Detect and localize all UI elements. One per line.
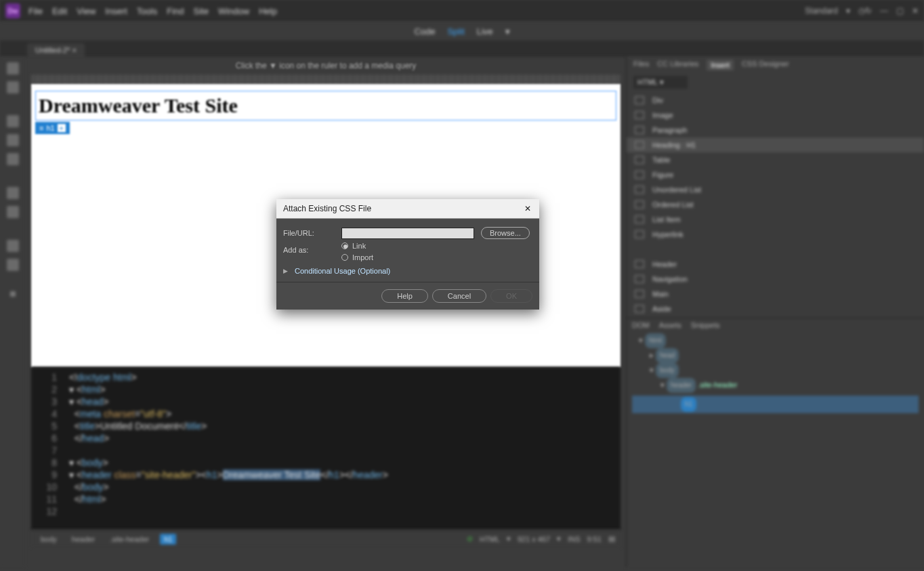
insert-div[interactable]: Div <box>627 93 924 108</box>
tool-icon[interactable] <box>7 240 19 252</box>
menu-site[interactable]: Site <box>193 6 208 16</box>
tool-icon[interactable] <box>7 206 19 218</box>
plus-icon[interactable]: + <box>58 124 66 132</box>
insert-heading[interactable]: Heading : H1 <box>627 138 924 152</box>
insert-paragraph[interactable]: Paragraph <box>627 123 924 138</box>
browse-button[interactable]: Browse... <box>481 227 530 239</box>
insert-figure[interactable]: Figure <box>627 167 924 182</box>
code-view[interactable]: 1<!doctype html> 2▾ <html> 3▾ <head> 4 <… <box>31 367 621 530</box>
document-tab[interactable]: Untitled-2* × <box>27 43 85 57</box>
chevron-down-icon[interactable]: ▾ <box>505 26 510 37</box>
close-icon[interactable]: ✕ <box>523 204 532 213</box>
chevron-down-icon: ▾ <box>846 6 850 16</box>
ok-button[interactable]: OK <box>490 289 532 303</box>
status-pos: 9:51 <box>587 535 602 543</box>
tool-icon[interactable] <box>7 153 19 165</box>
cancel-button[interactable]: Cancel <box>432 289 486 303</box>
file-url-input[interactable] <box>341 228 474 239</box>
view-split[interactable]: Split <box>447 26 464 37</box>
dialog-title: Attach Existing CSS File <box>283 204 371 213</box>
crumb-class[interactable]: .site-header <box>106 534 153 545</box>
radio-link[interactable]: Link <box>341 242 532 250</box>
tool-icon[interactable] <box>7 62 19 75</box>
conditional-usage-toggle[interactable]: ▶ Conditional Usage (Optional) <box>283 267 532 275</box>
attach-css-dialog: Attach Existing CSS File ✕ File/URL: Bro… <box>276 199 539 310</box>
insert-list: Div Image Paragraph Heading : H1 Table F… <box>627 91 924 318</box>
dom-tab[interactable]: DOM <box>632 321 650 329</box>
page-heading[interactable]: Dreamweaver Test Site <box>36 91 616 120</box>
status-doctype[interactable]: HTML <box>480 535 500 543</box>
view-code[interactable]: Code <box>414 26 435 37</box>
file-url-label: File/URL: <box>283 229 341 237</box>
insert-hyperlink[interactable]: Hyperlink <box>627 227 924 242</box>
add-as-label: Add as: <box>283 246 341 254</box>
menu-find[interactable]: Find <box>167 6 184 16</box>
menu-view[interactable]: View <box>77 6 96 16</box>
dom-tree[interactable]: ▾ html ▸ head ▾ body ▾ header .site-head… <box>632 333 919 413</box>
menu-file[interactable]: File <box>28 6 43 16</box>
status-bar: body header .site-header h1 ⊘ HTML▾ 921 … <box>31 530 621 547</box>
assets-tab[interactable]: Assets <box>659 321 681 329</box>
menu-insert[interactable]: Insert <box>105 6 127 16</box>
element-selector-chip[interactable]: ≡h1 + <box>35 122 70 134</box>
close-window-icon[interactable]: ✕ <box>912 6 919 16</box>
insert-category-dropdown[interactable]: HTML ▾ <box>633 76 688 89</box>
insert-image[interactable]: Image <box>627 108 924 123</box>
snippets-tab[interactable]: Snippets <box>691 321 720 329</box>
insert-nav[interactable]: Navigation <box>627 272 924 287</box>
status-ins: INS <box>568 535 580 543</box>
insert-ol[interactable]: Ordered List <box>627 197 924 212</box>
menu-help[interactable]: Help <box>259 6 277 16</box>
app-logo: Dw <box>5 3 20 18</box>
tool-icon[interactable] <box>7 134 19 146</box>
tool-icon[interactable] <box>7 81 19 93</box>
device-preview-icon[interactable]: ▤ <box>608 534 615 543</box>
panel-tabs: Files CC Libraries Insert CSS Designer <box>627 57 924 73</box>
insert-ul[interactable]: Unordered List <box>627 182 924 197</box>
chevron-right-icon: ▶ <box>283 268 288 274</box>
insert-header[interactable]: Header <box>627 257 924 272</box>
crumb-header[interactable]: header <box>68 534 99 545</box>
minimize-icon[interactable]: — <box>880 6 888 16</box>
panel-tab-cc[interactable]: CC Libraries <box>657 60 698 70</box>
chip-label: h1 <box>46 124 54 132</box>
workspace-switcher[interactable]: Standard <box>805 6 838 16</box>
crumb-body[interactable]: body <box>37 534 61 545</box>
sync-icon[interactable]: ◷↻ <box>858 6 872 16</box>
crumb-h1[interactable]: h1 <box>160 534 176 545</box>
vertical-toolbar <box>0 57 26 567</box>
insert-main[interactable]: Main <box>627 287 924 301</box>
document-tab-label: Untitled-2* <box>35 46 70 54</box>
panel-tab-files[interactable]: Files <box>633 60 649 70</box>
menu-window[interactable]: Window <box>218 6 249 16</box>
help-button[interactable]: Help <box>381 289 428 303</box>
status-dims[interactable]: 921 x 467 <box>518 535 550 543</box>
insert-table[interactable]: Table <box>627 152 924 167</box>
radio-import[interactable]: Import <box>341 253 532 261</box>
menubar: File Edit View Insert Tools Find Site Wi… <box>28 6 277 16</box>
media-query-hint: Click the ▼ icon on the ruler to add a m… <box>26 57 626 75</box>
insert-li[interactable]: List Item <box>627 212 924 227</box>
more-icon[interactable] <box>10 291 16 297</box>
ruler[interactable] <box>31 75 621 84</box>
view-live[interactable]: Live <box>477 26 493 37</box>
menu-tools[interactable]: Tools <box>137 6 157 16</box>
panel-tab-cssdesigner[interactable]: CSS Designer <box>742 60 789 70</box>
tool-icon[interactable] <box>7 187 19 199</box>
menu-edit[interactable]: Edit <box>52 6 67 16</box>
tool-icon[interactable] <box>7 259 19 271</box>
maximize-icon[interactable]: ▢ <box>896 6 904 16</box>
tool-icon[interactable] <box>7 115 19 127</box>
insert-aside[interactable]: Aside <box>627 301 924 316</box>
panel-tab-insert[interactable]: Insert <box>707 60 734 70</box>
